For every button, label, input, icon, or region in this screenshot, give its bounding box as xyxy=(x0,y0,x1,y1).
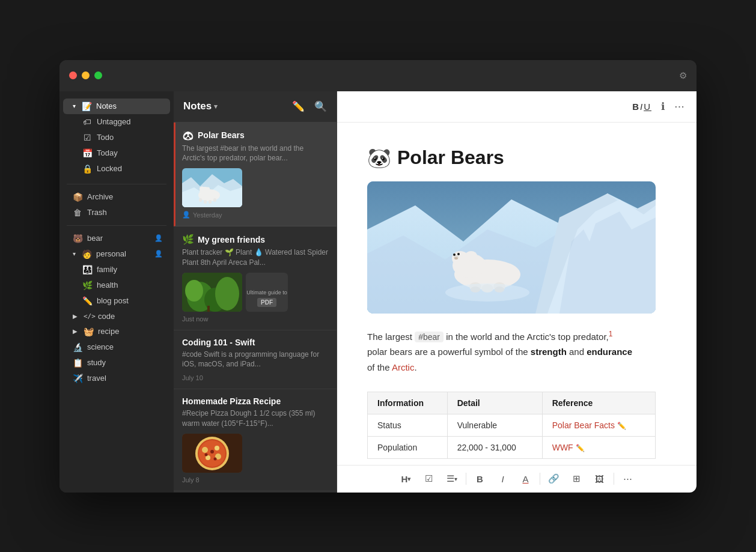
note-hero-image xyxy=(367,181,656,314)
sidebar-item-code[interactable]: ▶ </> code xyxy=(63,309,170,324)
personal-icon: 🧑 xyxy=(82,249,91,259)
sidebar-item-today[interactable]: 📅 Today xyxy=(75,145,170,161)
pizza-preview: #Recipe Pizza Dough 1 1/2 cups (355 ml) … xyxy=(182,408,328,429)
sidebar-item-study[interactable]: 📋 study xyxy=(63,355,170,371)
polar-bears-title: Polar Bears xyxy=(198,130,245,140)
table-cell-status-ref[interactable]: Polar Bear Facts ✏️ xyxy=(542,414,655,437)
new-note-icon[interactable]: ✏️ xyxy=(292,100,305,113)
sidebar-item-travel[interactable]: ✈️ travel xyxy=(63,371,170,386)
recipe-label: recipe xyxy=(98,327,119,336)
pizza-images xyxy=(182,434,328,473)
info-icon[interactable]: ℹ xyxy=(661,100,665,113)
personal-badge: 👤 xyxy=(154,250,163,258)
family-icon: 👨‍👩‍👧 xyxy=(82,265,92,274)
todo-label: Todo xyxy=(97,133,114,142)
code-icon: </> xyxy=(84,312,93,320)
editor-body[interactable]: 🐼 Polar Bears xyxy=(337,123,697,465)
coding-title: Coding 101 - Swift xyxy=(182,338,255,347)
svg-rect-10 xyxy=(213,198,216,202)
notes-chevron-icon: ▾ xyxy=(73,103,76,109)
bear-badge: 👤 xyxy=(154,234,163,242)
green-friends-thumb xyxy=(182,273,242,312)
link-button[interactable]: 🔗 xyxy=(544,469,564,488)
health-label: health xyxy=(97,281,118,290)
table-button[interactable]: ⊞ xyxy=(567,469,587,488)
svg-point-15 xyxy=(215,277,239,311)
close-button[interactable] xyxy=(69,71,77,79)
locked-label: Locked xyxy=(97,164,122,173)
travel-icon: ✈️ xyxy=(73,374,82,383)
polar-bears-emoji: 🐼 xyxy=(182,130,194,141)
note-body-text: The largest #bear in the world and the A… xyxy=(367,328,666,375)
recipe-icon: 🧺 xyxy=(84,327,93,336)
sidebar-item-recipe[interactable]: ▶ 🧺 recipe xyxy=(63,324,170,339)
sidebar-item-health[interactable]: 🌿 health xyxy=(75,278,170,293)
maximize-button[interactable] xyxy=(94,71,102,79)
svg-point-27 xyxy=(205,453,208,456)
sidebar-item-family[interactable]: 👨‍👩‍👧 family xyxy=(75,262,170,278)
list-button[interactable]: ☰▾ xyxy=(442,469,462,488)
travel-label: travel xyxy=(87,374,106,383)
sidebar-item-personal[interactable]: ▾ 🧑 personal 👤 xyxy=(63,246,170,262)
trash-label: Trash xyxy=(87,208,107,217)
highlight-button[interactable]: A xyxy=(516,469,536,488)
sidebar-item-todo[interactable]: ☑ Todo xyxy=(75,130,170,145)
pizza-date: July 8 xyxy=(182,476,328,484)
image-button[interactable]: 🖼 xyxy=(590,469,610,488)
body-bold-strength: strength xyxy=(531,347,567,357)
sidebar-item-archive[interactable]: 📦 Archive xyxy=(63,189,170,205)
svg-point-39 xyxy=(453,253,456,256)
todo-icon: ☑ xyxy=(82,133,92,142)
green-friends-emoji: 🌿 xyxy=(182,234,194,245)
locked-icon: 🔒 xyxy=(82,164,92,174)
sidebar-item-trash[interactable]: 🗑 Trash xyxy=(63,205,170,220)
trash-icon: 🗑 xyxy=(73,208,82,217)
archive-label: Archive xyxy=(87,192,113,201)
biu-toolbar[interactable]: BIU xyxy=(632,102,651,112)
table-header-detail: Detail xyxy=(447,392,542,414)
sidebar-notes-section: ▾ 📝 Notes 🏷 Untagged ☑ Todo 📅 To xyxy=(59,96,174,179)
more-options-icon[interactable]: ⋯ xyxy=(674,100,684,113)
sidebar-item-locked[interactable]: 🔒 Locked xyxy=(75,161,170,177)
sidebar-item-bear[interactable]: 🐻 bear 👤 xyxy=(63,231,170,246)
more-toolbar-button[interactable]: ⋯ xyxy=(618,469,638,488)
note-title-emoji: 🐼 xyxy=(367,147,391,169)
editor-toolbar-actions: BIU ℹ ⋯ xyxy=(632,100,684,113)
italic-button[interactable]: I xyxy=(493,469,513,488)
blogpost-icon: ✏️ xyxy=(82,296,92,306)
note-item-green-friends[interactable]: 🌿 My green friends Plant tracker 🌱 Plant… xyxy=(174,226,337,330)
family-label: family xyxy=(97,265,117,274)
sidebar-item-notes[interactable]: ▾ 📝 Notes xyxy=(63,99,170,114)
app-window: ⚙ ▾ 📝 Notes 🏷 Untagged ☑ Todo xyxy=(59,60,697,493)
sidebar-item-untagged[interactable]: 🏷 Untagged xyxy=(75,114,170,130)
svg-point-41 xyxy=(454,257,458,259)
search-icon[interactable]: 🔍 xyxy=(314,100,327,113)
checkbox-button[interactable]: ☑ xyxy=(419,469,439,488)
notes-title-chevron-icon: ▾ xyxy=(214,103,218,111)
minimize-button[interactable] xyxy=(82,71,90,79)
settings-icon[interactable]: ⚙ xyxy=(679,70,687,81)
notes-list-header: Notes ▾ ✏️ 🔍 xyxy=(174,91,337,123)
table-cell-population-ref[interactable]: WWF ✏️ xyxy=(542,437,655,459)
bold-biu: B xyxy=(632,102,640,112)
note-main-title: 🐼 Polar Bears xyxy=(367,147,666,169)
title-bar: ⚙ xyxy=(59,60,697,91)
today-label: Today xyxy=(97,148,118,157)
sidebar-item-blogpost[interactable]: ✏️ blog post xyxy=(75,293,170,309)
archive-icon: 📦 xyxy=(73,192,82,202)
note-item-coding[interactable]: Coding 101 - Swift #code Swift is a prog… xyxy=(174,330,337,390)
blogpost-label: blog post xyxy=(97,296,129,305)
note-item-pizza[interactable]: Homemade Pizza Recipe #Recipe Pizza Doug… xyxy=(174,389,337,491)
note-item-polar-bears[interactable]: 🐼 Polar Bears The largest #bear in the w… xyxy=(174,123,337,227)
heading-button[interactable]: H▾ xyxy=(396,469,416,488)
notes-list: Notes ▾ ✏️ 🔍 🐼 Polar Bears The largest #… xyxy=(174,91,337,493)
svg-rect-9 xyxy=(209,200,212,204)
svg-point-40 xyxy=(457,253,460,255)
sidebar-item-science[interactable]: 🔬 science xyxy=(63,339,170,355)
arctic-link[interactable]: Arctic xyxy=(392,362,415,372)
polar-bears-thumb xyxy=(182,168,242,207)
personal-chevron-icon: ▾ xyxy=(73,250,76,257)
table-row-status: Status Vulnerable Polar Bear Facts ✏️ xyxy=(368,414,656,437)
svg-rect-11 xyxy=(199,198,202,202)
bold-button[interactable]: B xyxy=(470,469,490,488)
